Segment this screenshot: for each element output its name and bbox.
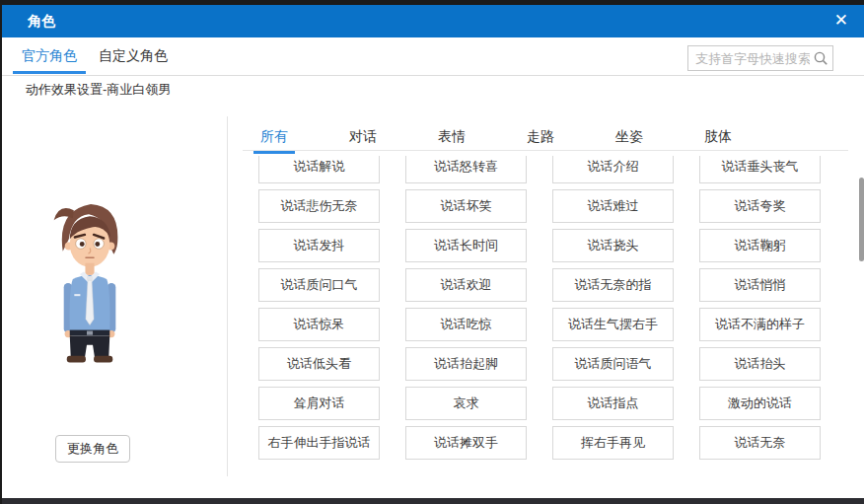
action-button[interactable]: 说话生气摆右手 bbox=[552, 308, 674, 341]
settings-title: 动作效果设置-商业白领男 bbox=[26, 81, 171, 99]
action-button[interactable]: 说话抬头 bbox=[699, 347, 821, 381]
action-button[interactable]: 说话摊双手 bbox=[405, 426, 527, 460]
filter-tab[interactable]: 表情 bbox=[436, 126, 468, 150]
dialog-title: 角色 bbox=[28, 13, 55, 31]
action-button[interactable]: 说话吃惊 bbox=[405, 308, 527, 341]
action-button[interactable]: 说话坏笑 bbox=[405, 189, 527, 223]
action-button[interactable]: 说话惊呆 bbox=[258, 308, 380, 341]
action-button[interactable]: 说话低头看 bbox=[258, 347, 380, 381]
action-button[interactable]: 挥右手再见 bbox=[552, 426, 674, 460]
filter-tabs: 所有对话表情走路坐姿肢体 bbox=[243, 126, 848, 151]
action-button[interactable]: 说话垂头丧气 bbox=[699, 156, 821, 183]
action-button[interactable]: 说话发抖 bbox=[258, 229, 380, 262]
search-icon[interactable] bbox=[812, 49, 829, 67]
action-grid: 说话解说说话怒转喜说话介绍说话垂头丧气说话悲伤无奈说话坏笑说话难过说话夸奖说话发… bbox=[258, 156, 823, 460]
action-button[interactable]: 说话怒转喜 bbox=[405, 156, 527, 183]
action-button[interactable]: 说话质问语气 bbox=[552, 347, 674, 381]
close-icon[interactable]: ✕ bbox=[834, 10, 848, 32]
main-tab[interactable]: 自定义角色 bbox=[97, 37, 170, 74]
action-button[interactable]: 说话质问口气 bbox=[258, 268, 380, 302]
action-button[interactable]: 说话无奈的指 bbox=[552, 268, 674, 302]
action-button[interactable]: 激动的说话 bbox=[699, 387, 821, 420]
frame-edge-left bbox=[0, 0, 2, 504]
search-input[interactable] bbox=[688, 47, 812, 69]
search-box bbox=[687, 45, 833, 71]
action-grid-container: 说话解说说话怒转喜说话介绍说话垂头丧气说话悲伤无奈说话坏笑说话难过说话夸奖说话发… bbox=[258, 156, 823, 473]
action-button[interactable]: 说话悲伤无奈 bbox=[258, 189, 380, 223]
filter-tab[interactable]: 走路 bbox=[525, 126, 556, 150]
action-button[interactable]: 说话夸奖 bbox=[699, 189, 821, 223]
action-button[interactable]: 说话指点 bbox=[552, 387, 674, 420]
action-button[interactable]: 说话长时间 bbox=[405, 229, 527, 262]
action-button[interactable]: 说话悄悄 bbox=[699, 268, 821, 302]
role-dialog: 角色 ✕ 官方角色自定义角色 动作效果设置-商业白领男 bbox=[0, 0, 864, 504]
dialog-titlebar: 角色 ✕ bbox=[0, 5, 864, 37]
action-button[interactable]: 说话抬起脚 bbox=[405, 347, 527, 381]
change-role-button[interactable]: 更换角色 bbox=[55, 435, 130, 463]
filter-tab[interactable]: 肢体 bbox=[702, 126, 734, 150]
character-illustration bbox=[43, 197, 134, 367]
filter-tab[interactable]: 对话 bbox=[347, 126, 379, 150]
action-button[interactable]: 说话不满的样子 bbox=[699, 308, 821, 341]
action-button[interactable]: 说话挠头 bbox=[552, 229, 674, 262]
filter-tab[interactable]: 坐姿 bbox=[613, 126, 645, 150]
panel-divider bbox=[227, 116, 228, 476]
action-button[interactable]: 说话鞠躬 bbox=[699, 229, 821, 262]
action-button[interactable]: 哀求 bbox=[405, 387, 527, 420]
action-button[interactable]: 说话无奈 bbox=[699, 426, 821, 460]
frame-edge-top bbox=[0, 0, 864, 5]
filter-tab[interactable]: 所有 bbox=[258, 126, 290, 150]
action-button[interactable]: 耸肩对话 bbox=[258, 387, 380, 420]
action-button[interactable]: 说话介绍 bbox=[552, 156, 674, 183]
scrollbar-thumb[interactable] bbox=[859, 178, 864, 261]
action-button[interactable]: 说话难过 bbox=[552, 189, 674, 223]
action-button[interactable]: 右手伸出手指说话 bbox=[258, 426, 380, 460]
main-tabs: 官方角色自定义角色 bbox=[2, 37, 864, 76]
frame-edge-bottom bbox=[0, 498, 864, 504]
main-tab[interactable]: 官方角色 bbox=[20, 37, 79, 74]
action-button[interactable]: 说话解说 bbox=[258, 156, 380, 183]
action-button[interactable]: 说话欢迎 bbox=[405, 268, 527, 302]
